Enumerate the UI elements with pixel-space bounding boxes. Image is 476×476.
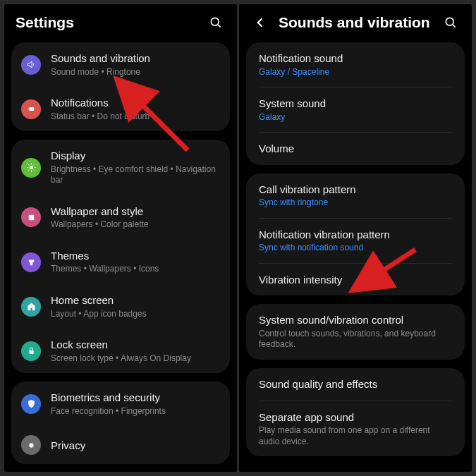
- svg-point-16: [446, 18, 453, 25]
- item-sub: Face recognition • Fingerprints: [51, 406, 220, 417]
- item-title: Separate app sound: [259, 410, 452, 425]
- item-sub: Sync with notification sound: [259, 243, 452, 254]
- svg-line-9: [33, 170, 34, 171]
- shield-icon: [21, 394, 41, 414]
- item-title: System sound: [259, 97, 452, 111]
- settings-list: Sounds and vibration Sound mode • Ringto…: [4, 42, 237, 472]
- settings-group: Sound quality and effects Separate app s…: [246, 368, 465, 456]
- settings-group: Biometrics and security Face recognition…: [11, 382, 230, 464]
- item-biometrics[interactable]: Biometrics and security Face recognition…: [11, 382, 230, 426]
- lock-icon: [21, 341, 41, 361]
- settings-panel: Settings Sounds and vibration Sound mode…: [4, 4, 237, 472]
- svg-line-11: [33, 164, 34, 165]
- item-wallpaper[interactable]: Wallpaper and style Wallpapers • Color p…: [11, 195, 230, 240]
- item-title: Lock screen: [51, 338, 220, 352]
- item-title: Notifications: [51, 96, 220, 110]
- item-title: Volume: [259, 142, 452, 156]
- settings-group: Sounds and vibration Sound mode • Ringto…: [11, 42, 230, 131]
- item-title: Themes: [51, 249, 220, 263]
- item-sub: Sound mode • Ringtone: [51, 67, 220, 78]
- item-sub: Wallpapers • Color palette: [51, 219, 220, 231]
- item-sub: Layout • App icon badges: [51, 309, 220, 320]
- item-sub: Brightness • Eye comfort shield • Naviga…: [51, 164, 220, 186]
- item-sub: Sync with ringtone: [259, 197, 452, 209]
- page-title: Settings: [16, 14, 197, 31]
- item-title: Home screen: [51, 293, 220, 307]
- svg-line-8: [28, 164, 29, 165]
- item-title: Biometrics and security: [51, 391, 220, 405]
- item-call-vibration[interactable]: Call vibration pattern Sync with rington…: [246, 173, 465, 218]
- speaker-icon: [21, 55, 41, 75]
- svg-point-14: [29, 443, 33, 447]
- item-notification-sound[interactable]: Notification sound Galaxy / Spaceline: [246, 42, 465, 87]
- item-themes[interactable]: Themes Themes • Wallpapers • Icons: [11, 240, 230, 284]
- item-sub: Control touch sounds, vibrations, and ke…: [259, 329, 452, 350]
- item-volume[interactable]: Volume: [246, 133, 465, 165]
- home-icon: [21, 297, 41, 317]
- item-title: Sound quality and effects: [259, 377, 452, 391]
- svg-rect-2: [28, 107, 34, 111]
- settings-group: Call vibration pattern Sync with rington…: [246, 173, 465, 296]
- item-title: Wallpaper and style: [51, 205, 220, 219]
- item-title: Notification sound: [259, 51, 452, 66]
- sounds-panel: Sounds and vibration Notification sound …: [239, 4, 472, 472]
- privacy-icon: [21, 435, 41, 455]
- item-lock-screen[interactable]: Lock screen Screen lock type • Always On…: [11, 329, 230, 373]
- sounds-list: Notification sound Galaxy / Spaceline Sy…: [239, 42, 472, 472]
- item-title: Privacy: [51, 439, 220, 453]
- item-sub: Galaxy: [259, 112, 452, 123]
- svg-line-1: [218, 25, 221, 28]
- back-button[interactable]: [250, 13, 270, 32]
- item-sub: Galaxy / Spaceline: [259, 67, 452, 78]
- item-title: Display: [51, 149, 220, 163]
- page-title: Sounds and vibration: [279, 14, 432, 31]
- item-sounds-and-vibration[interactable]: Sounds and vibration Sound mode • Ringto…: [11, 42, 230, 87]
- bell-icon: [21, 99, 41, 119]
- item-sub: Screen lock type • Always On Display: [51, 353, 220, 365]
- svg-line-10: [28, 170, 29, 171]
- item-vibration-intensity[interactable]: Vibration intensity: [246, 264, 465, 296]
- search-button[interactable]: [441, 13, 460, 32]
- item-home-screen[interactable]: Home screen Layout • App icon badges: [11, 284, 230, 329]
- item-system-sound-vibration-control[interactable]: System sound/vibration control Control t…: [246, 304, 465, 360]
- svg-point-0: [211, 18, 219, 25]
- sun-icon: [21, 158, 41, 178]
- item-system-sound[interactable]: System sound Galaxy: [246, 87, 465, 132]
- chevron-left-icon: [253, 16, 267, 30]
- settings-group: Display Brightness • Eye comfort shield …: [11, 140, 230, 373]
- brush-icon: [21, 252, 41, 272]
- item-notifications[interactable]: Notifications Status bar • Do not distur…: [11, 87, 230, 131]
- search-icon: [209, 16, 223, 30]
- search-icon: [444, 16, 458, 30]
- item-privacy[interactable]: Privacy: [11, 426, 230, 464]
- item-sub: Themes • Wallpapers • Icons: [51, 264, 220, 275]
- item-separate-app-sound[interactable]: Separate app sound Play media sound from…: [246, 401, 465, 457]
- search-button[interactable]: [206, 13, 226, 32]
- settings-group: System sound/vibration control Control t…: [246, 304, 465, 360]
- item-title: System sound/vibration control: [259, 313, 452, 327]
- item-title: Notification vibration pattern: [259, 228, 452, 242]
- svg-point-3: [30, 166, 33, 169]
- svg-line-17: [453, 25, 456, 28]
- item-title: Vibration intensity: [259, 273, 452, 287]
- item-sub: Status bar • Do not disturb: [51, 111, 220, 123]
- item-display[interactable]: Display Brightness • Eye comfort shield …: [11, 140, 230, 195]
- item-sub: Play media sound from one app on a diffe…: [259, 425, 452, 447]
- item-notification-vibration[interactable]: Notification vibration pattern Sync with…: [246, 219, 465, 263]
- settings-group: Notification sound Galaxy / Spaceline Sy…: [246, 42, 465, 165]
- item-sound-quality[interactable]: Sound quality and effects: [246, 368, 465, 401]
- sounds-header: Sounds and vibration: [239, 4, 472, 42]
- item-title: Call vibration pattern: [259, 183, 452, 197]
- svg-rect-13: [29, 350, 33, 354]
- settings-header: Settings: [4, 4, 237, 42]
- svg-rect-12: [28, 215, 34, 221]
- item-title: Sounds and vibration: [51, 51, 220, 66]
- picture-icon: [21, 207, 41, 227]
